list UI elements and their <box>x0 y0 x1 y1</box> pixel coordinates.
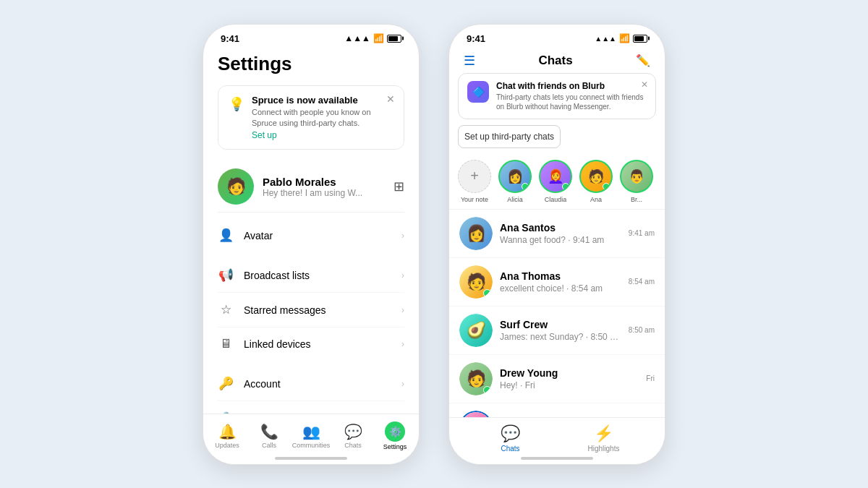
profile-info: Pablo Morales Hey there! I am using W... <box>263 176 385 198</box>
broadcast-label: Broadcast lists <box>244 270 391 281</box>
avatar-item[interactable]: 👤 Avatar › <box>218 218 404 252</box>
chats-nav-icon: 💬 <box>344 423 362 440</box>
chat-preview-ana-thomas-1: excellent choice! · 8:54 am <box>500 283 621 294</box>
nav-chats[interactable]: 💬 Chats <box>332 423 374 449</box>
chat-item-ana-santos[interactable]: 👩 Ana Santos Wanna get food? · 9:41 am 9… <box>449 210 665 258</box>
chat-preview-ana-santos: Wanna get food? · 9:41 am <box>500 235 621 245</box>
chats-tab-label: Chats <box>501 445 519 453</box>
story-br[interactable]: 👨 Br... <box>620 160 653 203</box>
story-claudia[interactable]: 👩‍🦰 Claudia <box>539 160 572 203</box>
chats-page-title: Chats <box>538 53 572 68</box>
chat-preview-drew-young: Hey! · Fri <box>500 380 639 390</box>
communities-label: Communities <box>292 442 331 449</box>
chat-meta-ana-thomas-1: 8:54 am <box>629 278 655 286</box>
linked-devices-item[interactable]: 🖥 Linked devices › <box>218 328 404 361</box>
nav-settings[interactable]: ⚙️ Settings <box>374 421 416 450</box>
story-label-note: Your note <box>461 196 488 203</box>
home-indicator-left <box>275 457 347 460</box>
settings-phone: 9:41 ▲▲▲ 📶 Settings 💡 Spruce is now avai… <box>203 24 420 465</box>
chevron-icon: › <box>401 305 404 315</box>
starred-label: Starred messages <box>244 304 391 316</box>
story-avatar-alicia: 👩 <box>498 160 532 193</box>
blurb-text: Chat with friends on Blurb Third-party c… <box>496 81 647 111</box>
chat-info-ana-thomas-1: Ana Thomas excellent choice! · 8:54 am <box>500 270 621 294</box>
chat-avatar-ana-santos: 👩 <box>459 217 493 250</box>
chats-nav-chats[interactable]: 💬 Chats <box>464 424 557 453</box>
battery-icon-right <box>633 35 647 43</box>
stories-row: + Your note 👩 Alicia 👩‍🦰 Claudia 🧑 Ana 👨… <box>449 155 665 210</box>
updates-icon: 🔔 <box>218 423 237 440</box>
profile-name: Pablo Morales <box>263 176 385 188</box>
communities-icon: 👥 <box>302 423 320 440</box>
notification-desc: Connect with people you know on Spruce u… <box>252 107 393 129</box>
nav-updates[interactable]: 🔔 Updates <box>206 423 248 449</box>
chat-list: 👩 Ana Santos Wanna get food? · 9:41 am 9… <box>449 210 665 452</box>
bulb-icon: 💡 <box>229 96 244 112</box>
home-indicator-right <box>521 457 593 460</box>
settings-label: Settings <box>383 443 407 450</box>
chat-name-ana-santos: Ana Santos <box>500 222 621 234</box>
nav-communities[interactable]: 👥 Communities <box>290 423 332 449</box>
broadcast-item[interactable]: 📢 Broadcast lists › <box>218 258 404 293</box>
chats-nav-highlights[interactable]: ⚡ Highlights <box>557 424 650 453</box>
story-your-note[interactable]: + Your note <box>458 160 491 203</box>
add-story-icon: + <box>458 160 491 193</box>
menu-icon[interactable]: ☰ <box>464 53 475 69</box>
story-ana[interactable]: 🧑 Ana <box>579 160 613 203</box>
broadcast-icon: 📢 <box>218 267 234 283</box>
chevron-icon: › <box>401 339 404 349</box>
chat-meta-drew-young: Fri <box>646 374 655 382</box>
chevron-icon: › <box>401 231 404 241</box>
chat-time-surf-crew: 8:50 am <box>629 326 655 334</box>
chat-time-ana-thomas-1: 8:54 am <box>629 278 655 286</box>
chat-avatar-drew-young: 🧑 <box>459 362 493 395</box>
story-label-alicia: Alicia <box>507 196 523 203</box>
setup-link[interactable]: Set up <box>252 130 393 140</box>
chat-time-ana-santos: 9:41 am <box>629 229 655 237</box>
settings-group-2: 📢 Broadcast lists › ☆ Starred messages ›… <box>218 258 404 361</box>
story-avatar-ana: 🧑 <box>579 160 613 193</box>
highlights-tab-icon: ⚡ <box>594 424 613 443</box>
avatar: 🧑 <box>218 168 254 205</box>
chat-item-drew-young[interactable]: 🧑 Drew Young Hey! · Fri Fri <box>449 355 665 403</box>
setup-third-party-button[interactable]: Set up third-party chats <box>458 125 561 148</box>
story-alicia[interactable]: 👩 Alicia <box>498 160 532 203</box>
chat-name-surf-crew: Surf Crew <box>500 319 621 330</box>
wifi-icon: 📶 <box>373 33 384 43</box>
account-label: Account <box>244 378 391 390</box>
chat-meta-surf-crew: 8:50 am <box>629 326 655 334</box>
profile-section[interactable]: 🧑 Pablo Morales Hey there! I am using W.… <box>218 161 404 213</box>
chat-item-surf-crew[interactable]: 🥑 Surf Crew James: next Sunday? · 8:50 a… <box>449 307 665 355</box>
chat-preview-surf-crew: James: next Sunday? · 8:50 am <box>500 332 621 342</box>
chat-info-drew-young: Drew Young Hey! · Fri <box>500 367 639 390</box>
account-item[interactable]: 🔑 Account › <box>218 367 404 401</box>
story-label-claudia: Claudia <box>545 196 567 203</box>
edit-icon[interactable]: ✏️ <box>636 53 650 67</box>
chats-tab-icon: 💬 <box>501 424 520 443</box>
chat-item-ana-thomas-1[interactable]: 🧑 Ana Thomas excellent choice! · 8:54 am… <box>449 258 665 307</box>
signal-icon-right: ▲▲▲ <box>595 35 616 43</box>
status-icons-left: ▲▲▲ 📶 <box>344 33 401 43</box>
chat-name-ana-thomas-1: Ana Thomas <box>500 270 621 282</box>
time-left: 9:41 <box>221 33 239 44</box>
avatar-icon: 👤 <box>218 228 234 243</box>
nav-calls[interactable]: 📞 Calls <box>248 423 290 449</box>
close-blurb-button[interactable]: ✕ <box>641 80 648 90</box>
battery-icon <box>387 35 401 43</box>
qr-icon[interactable]: ⊞ <box>393 179 404 194</box>
status-bar-left: 9:41 ▲▲▲ 📶 <box>203 25 419 47</box>
starred-item[interactable]: ☆ Starred messages › <box>218 293 404 328</box>
wifi-icon-right: 📶 <box>619 33 630 43</box>
chat-info-ana-santos: Ana Santos Wanna get food? · 9:41 am <box>500 222 621 245</box>
chat-time-drew-young: Fri <box>646 374 655 382</box>
chats-nav-label: Chats <box>344 442 362 449</box>
notification-text: Spruce is now available Connect with peo… <box>252 95 393 141</box>
signal-icon: ▲▲▲ <box>344 33 370 43</box>
chat-avatar-surf-crew: 🥑 <box>459 314 493 347</box>
blurb-logo: 🔷 <box>467 81 489 103</box>
chat-avatar-ana-thomas-1: 🧑 <box>459 265 493 299</box>
close-notification-button[interactable]: ✕ <box>386 93 395 105</box>
star-icon: ☆ <box>218 302 234 317</box>
blurb-banner: 🔷 Chat with friends on Blurb Third-party… <box>458 73 656 119</box>
chats-phone: 9:41 ▲▲▲ 📶 ☰ Chats ✏️ 🔷 Chat with friend… <box>448 24 665 465</box>
